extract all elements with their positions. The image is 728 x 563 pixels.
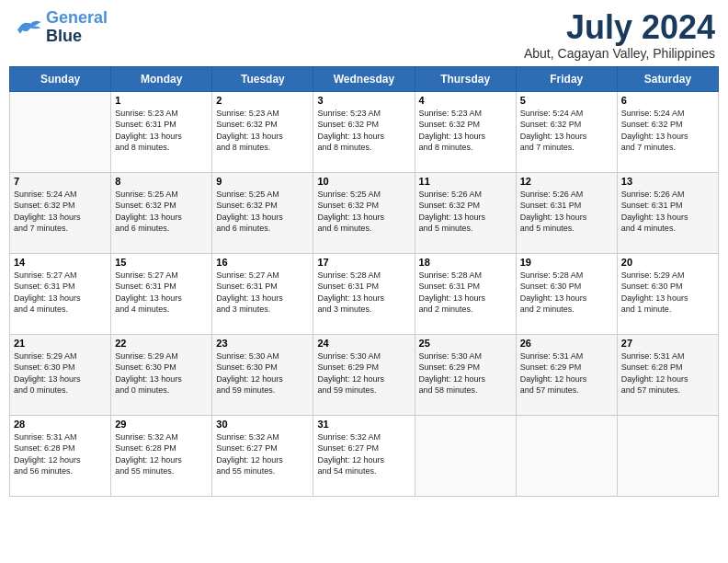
day-number: 12 [520,176,613,187]
calendar-table: SundayMondayTuesdayWednesdayThursdayFrid… [9,66,719,497]
day-number: 16 [216,257,309,268]
day-info: Sunrise: 5:29 AM Sunset: 6:30 PM Dayligh… [14,350,107,396]
calendar-cell [10,91,111,172]
calendar-cell: 30Sunrise: 5:32 AM Sunset: 6:27 PM Dayli… [212,415,313,496]
day-header-saturday: Saturday [617,66,718,91]
day-number: 3 [317,95,410,106]
calendar-cell: 22Sunrise: 5:29 AM Sunset: 6:30 PM Dayli… [111,334,212,415]
day-number: 18 [419,257,512,268]
calendar-cell: 16Sunrise: 5:27 AM Sunset: 6:31 PM Dayli… [212,253,313,334]
calendar-cell: 9Sunrise: 5:25 AM Sunset: 6:32 PM Daylig… [212,172,313,253]
calendar-cell: 26Sunrise: 5:31 AM Sunset: 6:29 PM Dayli… [516,334,617,415]
day-number: 22 [115,338,208,349]
day-info: Sunrise: 5:25 AM Sunset: 6:32 PM Dayligh… [115,189,208,235]
calendar-cell [617,415,718,496]
day-number: 17 [317,257,410,268]
day-info: Sunrise: 5:32 AM Sunset: 6:28 PM Dayligh… [115,431,208,477]
day-info: Sunrise: 5:25 AM Sunset: 6:32 PM Dayligh… [216,189,309,235]
day-number: 19 [520,257,613,268]
calendar-cell: 15Sunrise: 5:27 AM Sunset: 6:31 PM Dayli… [111,253,212,334]
calendar-cell: 10Sunrise: 5:25 AM Sunset: 6:32 PM Dayli… [313,172,415,253]
calendar-cell: 6Sunrise: 5:24 AM Sunset: 6:32 PM Daylig… [617,91,718,172]
days-header-row: SundayMondayTuesdayWednesdayThursdayFrid… [10,66,719,91]
day-info: Sunrise: 5:23 AM Sunset: 6:32 PM Dayligh… [317,108,410,154]
calendar-cell: 25Sunrise: 5:30 AM Sunset: 6:29 PM Dayli… [415,334,516,415]
day-info: Sunrise: 5:23 AM Sunset: 6:32 PM Dayligh… [419,108,512,154]
calendar-cell: 8Sunrise: 5:25 AM Sunset: 6:32 PM Daylig… [111,172,212,253]
calendar-cell: 11Sunrise: 5:26 AM Sunset: 6:32 PM Dayli… [415,172,516,253]
day-info: Sunrise: 5:31 AM Sunset: 6:28 PM Dayligh… [621,350,714,396]
calendar-cell: 17Sunrise: 5:28 AM Sunset: 6:31 PM Dayli… [313,253,415,334]
day-number: 11 [419,176,512,187]
page-header: GeneralBlue July 2024 Abut, Cagayan Vall… [9,9,719,61]
calendar-cell: 2Sunrise: 5:23 AM Sunset: 6:32 PM Daylig… [212,91,313,172]
day-info: Sunrise: 5:30 AM Sunset: 6:29 PM Dayligh… [317,350,410,396]
calendar-cell: 28Sunrise: 5:31 AM Sunset: 6:28 PM Dayli… [10,415,111,496]
calendar-cell: 19Sunrise: 5:28 AM Sunset: 6:30 PM Dayli… [516,253,617,334]
day-info: Sunrise: 5:27 AM Sunset: 6:31 PM Dayligh… [14,270,107,316]
day-number: 29 [115,419,208,430]
calendar-cell [415,415,516,496]
day-number: 26 [520,338,613,349]
calendar-cell: 24Sunrise: 5:30 AM Sunset: 6:29 PM Dayli… [313,334,415,415]
day-number: 25 [419,338,512,349]
calendar-cell: 29Sunrise: 5:32 AM Sunset: 6:28 PM Dayli… [111,415,212,496]
day-info: Sunrise: 5:29 AM Sunset: 6:30 PM Dayligh… [115,350,208,396]
calendar-cell: 12Sunrise: 5:26 AM Sunset: 6:31 PM Dayli… [516,172,617,253]
day-info: Sunrise: 5:26 AM Sunset: 6:32 PM Dayligh… [419,189,512,235]
day-number: 6 [621,95,714,106]
calendar-week-row: 7Sunrise: 5:24 AM Sunset: 6:32 PM Daylig… [10,172,719,253]
day-number: 9 [216,176,309,187]
day-number: 2 [216,95,309,106]
month-title: July 2024 [524,9,715,46]
day-number: 4 [419,95,512,106]
day-number: 1 [115,95,208,106]
day-info: Sunrise: 5:24 AM Sunset: 6:32 PM Dayligh… [621,108,714,154]
day-info: Sunrise: 5:30 AM Sunset: 6:29 PM Dayligh… [419,350,512,396]
day-header-wednesday: Wednesday [313,66,415,91]
calendar-cell: 21Sunrise: 5:29 AM Sunset: 6:30 PM Dayli… [10,334,111,415]
day-header-monday: Monday [111,66,212,91]
day-info: Sunrise: 5:26 AM Sunset: 6:31 PM Dayligh… [520,189,613,235]
day-number: 13 [621,176,714,187]
day-info: Sunrise: 5:32 AM Sunset: 6:27 PM Dayligh… [216,431,309,477]
day-number: 7 [14,176,107,187]
day-info: Sunrise: 5:27 AM Sunset: 6:31 PM Dayligh… [115,270,208,316]
calendar-cell: 31Sunrise: 5:32 AM Sunset: 6:27 PM Dayli… [313,415,415,496]
location: Abut, Cagayan Valley, Philippines [524,46,715,61]
day-number: 28 [14,419,107,430]
logo-name: GeneralBlue [46,9,108,46]
day-number: 5 [520,95,613,106]
day-info: Sunrise: 5:28 AM Sunset: 6:31 PM Dayligh… [419,270,512,316]
calendar-cell: 18Sunrise: 5:28 AM Sunset: 6:31 PM Dayli… [415,253,516,334]
calendar-cell: 3Sunrise: 5:23 AM Sunset: 6:32 PM Daylig… [313,91,415,172]
day-info: Sunrise: 5:28 AM Sunset: 6:30 PM Dayligh… [520,270,613,316]
calendar-cell [516,415,617,496]
calendar-cell: 4Sunrise: 5:23 AM Sunset: 6:32 PM Daylig… [415,91,516,172]
logo: GeneralBlue [13,9,108,46]
day-header-friday: Friday [516,66,617,91]
day-header-tuesday: Tuesday [212,66,313,91]
day-number: 14 [14,257,107,268]
day-info: Sunrise: 5:23 AM Sunset: 6:31 PM Dayligh… [115,108,208,154]
day-number: 27 [621,338,714,349]
logo-icon [13,15,42,40]
day-number: 30 [216,419,309,430]
day-info: Sunrise: 5:25 AM Sunset: 6:32 PM Dayligh… [317,189,410,235]
day-number: 21 [14,338,107,349]
calendar-week-row: 14Sunrise: 5:27 AM Sunset: 6:31 PM Dayli… [10,253,719,334]
day-info: Sunrise: 5:30 AM Sunset: 6:30 PM Dayligh… [216,350,309,396]
day-header-sunday: Sunday [10,66,111,91]
day-info: Sunrise: 5:29 AM Sunset: 6:30 PM Dayligh… [621,270,714,316]
day-info: Sunrise: 5:31 AM Sunset: 6:29 PM Dayligh… [520,350,613,396]
calendar-cell: 23Sunrise: 5:30 AM Sunset: 6:30 PM Dayli… [212,334,313,415]
calendar-cell: 5Sunrise: 5:24 AM Sunset: 6:32 PM Daylig… [516,91,617,172]
day-info: Sunrise: 5:24 AM Sunset: 6:32 PM Dayligh… [14,189,107,235]
day-info: Sunrise: 5:26 AM Sunset: 6:31 PM Dayligh… [621,189,714,235]
day-header-thursday: Thursday [415,66,516,91]
calendar-cell: 14Sunrise: 5:27 AM Sunset: 6:31 PM Dayli… [10,253,111,334]
calendar-week-row: 28Sunrise: 5:31 AM Sunset: 6:28 PM Dayli… [10,415,719,496]
day-number: 10 [317,176,410,187]
day-number: 24 [317,338,410,349]
day-number: 20 [621,257,714,268]
